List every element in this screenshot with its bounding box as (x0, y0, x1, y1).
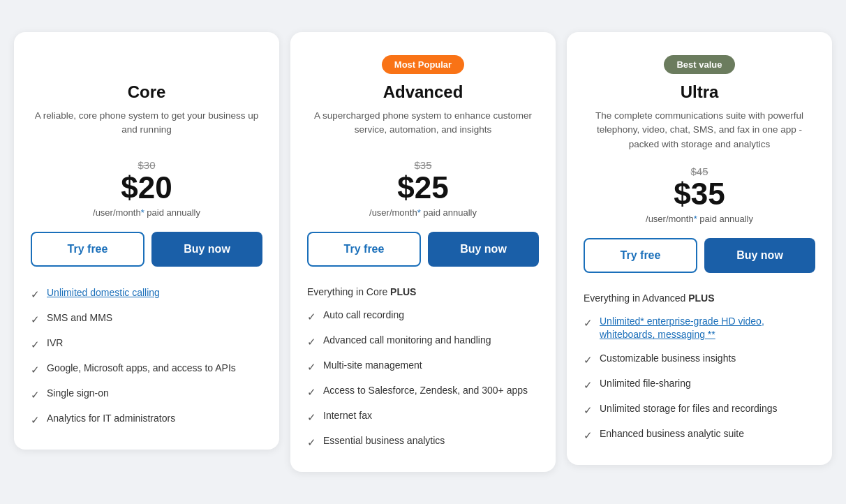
feature-text-core-5: Analytics for IT administrators (47, 412, 175, 426)
pricing-area-advanced: $35$25/user/month* paid annually (307, 159, 539, 218)
checkmark-icon: ✓ (31, 362, 40, 377)
plus-line-advanced: Everything in Core PLUS (307, 286, 539, 297)
price-detail-ultra: /user/month* paid annually (584, 214, 815, 224)
features-list-core: ✓Unlimited domestic calling✓SMS and MMS✓… (31, 286, 262, 427)
plan-desc-advanced: A supercharged phone system to enhance c… (307, 109, 539, 145)
buy-now-button-advanced[interactable]: Buy now (428, 232, 539, 267)
badge-area-ultra: Best value (584, 52, 815, 77)
btn-row-core: Try freeBuy now (31, 232, 262, 267)
checkmark-icon: ✓ (584, 353, 593, 367)
try-free-button-ultra[interactable]: Try free (584, 238, 697, 273)
checkmark-icon: ✓ (307, 360, 316, 374)
plus-line-ultra: Everything in Advanced PLUS (584, 292, 815, 304)
plan-name-core: Core (31, 82, 262, 102)
current-price-advanced: $25 (307, 172, 539, 203)
checkmark-icon: ✓ (307, 410, 316, 424)
plus-bold-advanced: PLUS (390, 286, 416, 297)
asterisk-advanced: * (417, 207, 421, 218)
checkmark-icon: ✓ (31, 413, 40, 427)
plan-desc-core: A reliable, core phone system to get you… (31, 109, 262, 145)
original-price-core: $30 (31, 159, 262, 171)
plan-card-ultra: Best valueUltraThe complete communicatio… (567, 32, 832, 465)
list-item: ✓Analytics for IT administrators (31, 412, 262, 427)
list-item: ✓Customizable business insights (584, 352, 815, 367)
checkmark-icon: ✓ (31, 287, 40, 302)
features-list-advanced: ✓Auto call recording✓Advanced call monit… (307, 309, 539, 450)
btn-row-ultra: Try freeBuy now (584, 238, 815, 273)
checkmark-icon: ✓ (31, 312, 40, 327)
feature-text-ultra-0: Unlimited* enterprise-grade HD video, wh… (600, 315, 815, 342)
feature-text-advanced-4: Internet fax (323, 409, 372, 423)
plus-bold-ultra: PLUS (688, 292, 714, 304)
feature-text-core-0: Unlimited domestic calling (47, 286, 160, 300)
badge-area-core (31, 52, 262, 77)
list-item: ✓Enhanced business analytic suite (584, 427, 815, 443)
buy-now-button-core[interactable]: Buy now (151, 232, 262, 267)
feature-text-core-4: Single sign-on (47, 387, 109, 401)
feature-text-advanced-1: Advanced call monitoring and handling (323, 334, 491, 348)
list-item: ✓Unlimited file-sharing (584, 377, 815, 392)
buy-now-button-ultra[interactable]: Buy now (704, 238, 815, 273)
btn-row-advanced: Try freeBuy now (307, 232, 539, 267)
pricing-area-ultra: $45$35/user/month* paid annually (584, 165, 815, 224)
checkmark-icon: ✓ (307, 385, 316, 399)
feature-text-ultra-3: Unlimited storage for files and recordin… (600, 402, 777, 416)
list-item: ✓Unlimited* enterprise-grade HD video, w… (584, 315, 815, 342)
list-item: ✓Auto call recording (307, 309, 539, 324)
feature-link[interactable]: Unlimited domestic calling (47, 287, 160, 298)
checkmark-icon: ✓ (31, 337, 40, 352)
price-detail-core: /user/month* paid annually (31, 207, 262, 218)
plan-name-advanced: Advanced (307, 82, 539, 102)
original-price-ultra: $45 (584, 165, 815, 177)
checkmark-icon: ✓ (307, 309, 316, 324)
feature-text-advanced-5: Essential business analytics (323, 434, 445, 448)
list-item: ✓Google, Microsoft apps, and access to A… (31, 362, 262, 377)
checkmark-icon: ✓ (307, 435, 316, 450)
badge-ultra: Best value (664, 55, 734, 74)
pricing-area-core: $30$20/user/month* paid annually (31, 159, 262, 218)
feature-text-core-1: SMS and MMS (47, 311, 112, 325)
price-detail-advanced: /user/month* paid annually (307, 207, 539, 218)
plan-card-advanced: Most PopularAdvancedA supercharged phone… (290, 32, 556, 472)
feature-text-core-2: IVR (47, 336, 63, 350)
list-item: ✓SMS and MMS (31, 311, 262, 327)
checkmark-icon: ✓ (584, 378, 593, 392)
feature-link[interactable]: Unlimited* enterprise-grade HD video, wh… (600, 316, 764, 341)
badge-advanced: Most Popular (382, 55, 464, 74)
feature-text-ultra-1: Customizable business insights (600, 352, 736, 366)
feature-text-advanced-0: Auto call recording (323, 309, 404, 323)
checkmark-icon: ✓ (307, 334, 316, 349)
list-item: ✓Essential business analytics (307, 434, 539, 450)
feature-text-ultra-4: Enhanced business analytic suite (600, 427, 744, 441)
current-price-ultra: $35 (584, 179, 815, 209)
try-free-button-advanced[interactable]: Try free (307, 232, 421, 267)
list-item: ✓Access to Salesforce, Zendesk, and 300+… (307, 384, 539, 399)
original-price-advanced: $35 (307, 159, 539, 171)
checkmark-icon: ✓ (584, 316, 593, 330)
feature-text-advanced-2: Multi-site management (323, 359, 422, 373)
badge-area-advanced: Most Popular (307, 52, 539, 77)
asterisk-core: * (141, 207, 144, 218)
feature-text-ultra-2: Unlimited file-sharing (600, 377, 691, 391)
checkmark-icon: ✓ (584, 403, 593, 417)
try-free-button-core[interactable]: Try free (31, 232, 144, 267)
feature-text-core-3: Google, Microsoft apps, and access to AP… (47, 362, 236, 376)
features-list-ultra: ✓Unlimited* enterprise-grade HD video, w… (584, 315, 815, 443)
asterisk-ultra: * (694, 214, 697, 224)
list-item: ✓Internet fax (307, 409, 539, 424)
checkmark-icon: ✓ (584, 428, 593, 443)
list-item: ✓Single sign-on (31, 387, 262, 402)
plan-name-ultra: Ultra (584, 82, 815, 102)
list-item: ✓Unlimited storage for files and recordi… (584, 402, 815, 417)
list-item: ✓Multi-site management (307, 359, 539, 374)
current-price-core: $20 (31, 172, 262, 203)
pricing-container: CoreA reliable, core phone system to get… (14, 32, 832, 472)
checkmark-icon: ✓ (31, 387, 40, 402)
plan-desc-ultra: The complete communications suite with p… (584, 109, 815, 151)
feature-text-advanced-3: Access to Salesforce, Zendesk, and 300+ … (323, 384, 528, 398)
list-item: ✓Unlimited domestic calling (31, 286, 262, 302)
plan-card-core: CoreA reliable, core phone system to get… (14, 32, 279, 450)
list-item: ✓Advanced call monitoring and handling (307, 334, 539, 349)
list-item: ✓IVR (31, 336, 262, 352)
